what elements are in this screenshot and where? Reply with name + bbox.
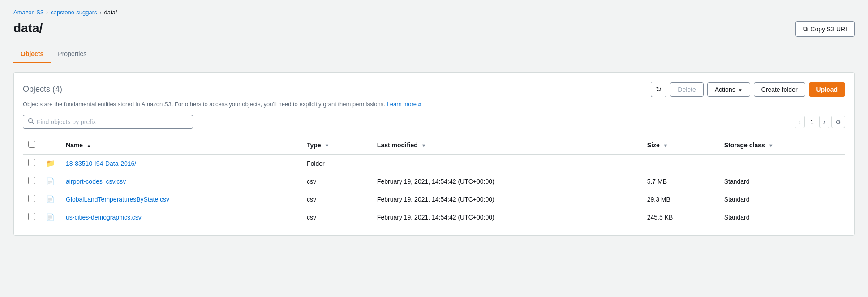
search-icon: [28, 118, 34, 125]
refresh-icon: [656, 85, 662, 94]
type-col-header[interactable]: Type ▼: [301, 136, 372, 155]
copy-s3-uri-button[interactable]: Copy S3 URI: [795, 21, 855, 37]
objects-table: Name ▲ Type ▼ Last modified ▼ Size ▼: [23, 136, 845, 226]
file-name-link[interactable]: us-cities-demographics.csv: [66, 214, 142, 221]
file-icon-cell: 📄: [41, 172, 60, 190]
copy-icon: [803, 25, 808, 33]
storage-class-cell: Standard: [719, 190, 845, 208]
storage-class-cell: -: [719, 154, 845, 172]
row-0-checkbox[interactable]: [28, 159, 35, 166]
page-title: data/: [13, 21, 43, 35]
row-1-checkbox[interactable]: [28, 177, 35, 184]
settings-button[interactable]: [831, 116, 845, 128]
page-header: data/ Copy S3 URI: [13, 21, 855, 37]
storage-class-col-header[interactable]: Storage class ▼: [719, 136, 845, 155]
last-modified-col-header[interactable]: Last modified ▼: [372, 136, 642, 155]
breadcrumb-bucket[interactable]: capstone-suggars: [51, 9, 97, 16]
last-modified-cell: February 19, 2021, 14:54:42 (UTC+00:00): [372, 172, 642, 190]
row-3-checkbox[interactable]: [28, 213, 35, 220]
upload-button[interactable]: Upload: [809, 82, 845, 97]
file-type-cell: csv: [301, 190, 372, 208]
last-modified-sort-icon: ▼: [421, 143, 426, 148]
storage-class-cell: Standard: [719, 208, 845, 226]
file-name-cell: airport-codes_csv.csv: [60, 172, 301, 190]
file-icon: 📄: [46, 213, 55, 221]
file-icon: 📄: [46, 195, 55, 203]
last-modified-cell: February 19, 2021, 14:54:42 (UTC+00:00): [372, 208, 642, 226]
objects-title: Objects (4): [23, 85, 62, 94]
page-number: 1: [807, 116, 817, 127]
refresh-button[interactable]: [651, 82, 666, 97]
select-all-checkbox[interactable]: [28, 141, 35, 148]
file-icon-cell: 📄: [41, 208, 60, 226]
content-card: Objects (4) Delete Actions Create folder: [13, 72, 855, 236]
name-sort-icon: ▲: [86, 143, 91, 148]
file-name-link[interactable]: GlobalLandTemperaturesByState.csv: [66, 196, 169, 203]
last-modified-cell: -: [372, 154, 642, 172]
table-row: 📁18-83510-I94-Data-2016/Folder---: [23, 154, 845, 172]
search-row: ‹ 1 ›: [23, 115, 845, 129]
size-sort-icon: ▼: [663, 143, 668, 148]
row-checkbox-cell: [23, 208, 41, 226]
objects-title-area: Objects (4): [23, 85, 62, 94]
next-page-button[interactable]: ›: [819, 116, 829, 128]
objects-header-row: Objects (4) Delete Actions Create folder: [23, 82, 845, 97]
last-modified-cell: February 19, 2021, 14:54:42 (UTC+00:00): [372, 190, 642, 208]
file-name-cell: 18-83510-I94-Data-2016/: [60, 154, 301, 172]
search-box: [23, 115, 193, 129]
type-sort-icon: ▼: [324, 143, 329, 148]
table-row: 📄airport-codes_csv.csvcsvFebruary 19, 20…: [23, 172, 845, 190]
table-header-row: Name ▲ Type ▼ Last modified ▼ Size ▼: [23, 136, 845, 155]
prev-page-button[interactable]: ‹: [795, 116, 805, 128]
info-text: Objects are the fundamental entities sto…: [23, 101, 845, 108]
breadcrumb-root[interactable]: Amazon S3: [13, 9, 43, 16]
objects-actions: Delete Actions Create folder Upload: [651, 82, 845, 97]
size-cell: 5.7 MB: [642, 172, 719, 190]
size-cell: 245.5 KB: [642, 208, 719, 226]
name-col-header[interactable]: Name ▲: [60, 136, 301, 155]
row-checkbox-cell: [23, 172, 41, 190]
storage-class-sort-icon: ▼: [769, 143, 773, 148]
size-cell: 29.3 MB: [642, 190, 719, 208]
table-row: 📄us-cities-demographics.csvcsvFebruary 1…: [23, 208, 845, 226]
create-folder-button[interactable]: Create folder: [754, 82, 805, 97]
row-2-checkbox[interactable]: [28, 195, 35, 202]
file-name-link[interactable]: 18-83510-I94-Data-2016/: [66, 160, 136, 167]
svg-line-1: [32, 122, 34, 124]
search-input[interactable]: [37, 118, 188, 125]
file-icon-cell: 📄: [41, 190, 60, 208]
file-name-cell: GlobalLandTemperaturesByState.csv: [60, 190, 301, 208]
file-type-cell: csv: [301, 208, 372, 226]
actions-button[interactable]: Actions: [707, 82, 750, 97]
breadcrumb-sep-1: ›: [46, 9, 48, 16]
file-icon: 📄: [46, 177, 55, 185]
size-cell: -: [642, 154, 719, 172]
chevron-down-icon: [738, 86, 743, 93]
tab-objects[interactable]: Objects: [13, 46, 51, 63]
copy-s3-uri-label: Copy S3 URI: [810, 26, 847, 33]
file-type-cell: Folder: [301, 154, 372, 172]
file-name-link[interactable]: airport-codes_csv.csv: [66, 178, 126, 185]
tab-properties[interactable]: Properties: [51, 46, 94, 63]
size-col-header[interactable]: Size ▼: [642, 136, 719, 155]
select-all-cell: [23, 136, 41, 155]
tabs-bar: Objects Properties: [13, 46, 855, 63]
breadcrumb: Amazon S3 › capstone-suggars › data/: [13, 9, 855, 16]
breadcrumb-sep-2: ›: [100, 9, 102, 16]
row-checkbox-cell: [23, 190, 41, 208]
folder-icon: 📁: [46, 159, 55, 167]
table-row: 📄GlobalLandTemperaturesByState.csvcsvFeb…: [23, 190, 845, 208]
pagination-row: ‹ 1 ›: [795, 116, 845, 128]
file-type-cell: csv: [301, 172, 372, 190]
breadcrumb-current: data/: [104, 9, 117, 16]
file-name-cell: us-cities-demographics.csv: [60, 208, 301, 226]
row-checkbox-cell: [23, 154, 41, 172]
storage-class-cell: Standard: [719, 172, 845, 190]
file-icon-cell: 📁: [41, 154, 60, 172]
delete-button[interactable]: Delete: [670, 82, 703, 97]
learn-more-link[interactable]: Learn more: [387, 101, 422, 108]
icon-col-header: [41, 136, 60, 155]
gear-icon: [835, 118, 841, 125]
